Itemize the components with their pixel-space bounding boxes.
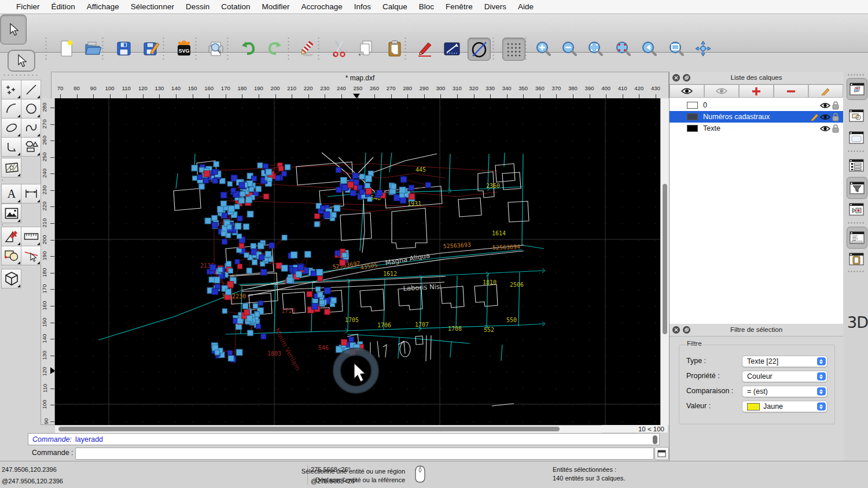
paste-button[interactable] [384, 38, 406, 60]
text-tool[interactable]: A [1, 184, 21, 204]
print-preview-button[interactable] [205, 38, 227, 60]
shapes-tool[interactable] [21, 137, 41, 157]
line-tool[interactable] [21, 80, 41, 99]
command-history-panel-toggle[interactable] [847, 227, 867, 249]
float-panel-icon[interactable] [683, 74, 690, 82]
spline-tool[interactable] [21, 118, 41, 138]
zoom-window-button[interactable] [665, 38, 687, 60]
menu-accrochage[interactable]: Accrochage [295, 2, 348, 11]
save-button[interactable] [113, 38, 135, 60]
zoom-pan-button[interactable] [692, 38, 714, 60]
draw-pencil-button[interactable] [414, 38, 436, 60]
menu-modifier[interactable]: Modifier [256, 2, 295, 11]
selection-filter-panel-toggle[interactable] [847, 177, 867, 199]
pen-settings-panel-toggle[interactable] [847, 78, 867, 100]
history-scroll-thumb[interactable] [653, 435, 657, 444]
menu-fichier[interactable]: Fichier [10, 2, 46, 11]
dropdown-stepper-icon[interactable] [817, 357, 826, 365]
3d-mode-button[interactable]: 3D [847, 313, 868, 331]
save-as-button[interactable] [141, 38, 163, 60]
h-scroll-thumb[interactable] [58, 427, 560, 431]
points-tool[interactable] [1, 80, 21, 99]
layer-edit-button[interactable] [808, 84, 843, 98]
layer-visibility-icon[interactable] [820, 125, 830, 132]
zoom-select-button[interactable] [612, 38, 634, 60]
canvas-horizontal-scrollbar[interactable] [55, 425, 602, 433]
open-folder-button[interactable] [82, 38, 104, 60]
clipboard-panel-toggle[interactable] [847, 249, 866, 269]
cut-button[interactable]: + [328, 38, 350, 60]
filter-dropdown-2[interactable]: = (est) [742, 386, 827, 397]
zoom-out-button[interactable] [558, 38, 580, 60]
layer-add-button[interactable] [739, 84, 774, 98]
image-tool[interactable] [1, 204, 21, 223]
layer-list[interactable]: 0Numéros cadastrauxTexte [670, 98, 843, 324]
v-scroll-thumb[interactable] [663, 184, 667, 334]
circle-slash-button[interactable] [468, 38, 491, 61]
menu-dessin[interactable]: Dessin [180, 2, 215, 11]
undo-button[interactable] [237, 38, 259, 60]
copy-button[interactable]: + [355, 38, 377, 60]
arc-tool[interactable] [1, 99, 21, 119]
box3d-tool[interactable] [1, 269, 21, 289]
zoom-prev-button[interactable] [638, 38, 660, 60]
layer-lock-icon[interactable] [830, 101, 841, 110]
filter-dropdown-3[interactable]: Jaune [742, 401, 827, 412]
menu-edition[interactable]: Édition [46, 2, 81, 11]
menu-infos[interactable]: Infos [348, 2, 377, 11]
drawing-canvas[interactable]: 4452360548193116141612181025061705170617… [55, 98, 660, 425]
layer-color-swatch[interactable] [687, 113, 698, 120]
layer-list-panel-toggle[interactable] [847, 155, 866, 176]
menu-aide[interactable]: Aide [512, 2, 539, 11]
pointer-tool-button[interactable] [8, 50, 35, 72]
blocks-tool[interactable] [1, 246, 21, 265]
polyline-tool[interactable] [1, 137, 21, 157]
layer-visibility-icon[interactable] [820, 102, 830, 109]
circle-tool[interactable] [21, 99, 41, 119]
layer-edit-icon[interactable] [810, 113, 820, 121]
menu-fenetre[interactable]: Fenêtre [440, 2, 479, 11]
redo-button[interactable] [264, 38, 286, 60]
menu-divers[interactable]: Divers [479, 2, 512, 11]
ellipse-tool[interactable] [1, 118, 21, 138]
zoom-in-button[interactable] [532, 38, 554, 60]
canvas-vertical-scrollbar[interactable] [660, 98, 669, 425]
hatch-tool[interactable] [1, 158, 21, 178]
menu-bloc[interactable]: Bloc [413, 2, 440, 11]
layer-visibility-icon[interactable] [820, 113, 830, 121]
dropdown-stepper-icon[interactable] [817, 402, 826, 411]
svg-export-button[interactable]: SVG [173, 38, 195, 60]
menu-affichage[interactable]: Affichage [81, 2, 125, 11]
layer-color-swatch[interactable] [687, 102, 698, 109]
dropdown-stepper-icon[interactable] [817, 372, 826, 380]
dropdown-stepper-icon[interactable] [817, 387, 826, 395]
cadtools-tool[interactable] [1, 227, 21, 246]
close-icon[interactable] [672, 74, 680, 82]
filter-dropdown-0[interactable]: Texte [22] [742, 356, 827, 367]
layer-row-numeros-cadastraux[interactable]: Numéros cadastraux [670, 111, 843, 123]
layer-row-texte[interactable]: Texte [670, 123, 843, 134]
filter-dropdown-1[interactable]: Couleur [742, 371, 827, 382]
menu-calque[interactable]: Calque [377, 2, 413, 11]
layer-hide-all-button[interactable] [704, 84, 739, 98]
menu-cotation[interactable]: Cotation [215, 2, 256, 11]
view-panel-toggle[interactable] [847, 199, 866, 220]
grid-toggle-button[interactable] [502, 38, 525, 61]
command-input[interactable] [75, 448, 654, 460]
layer-color-swatch[interactable] [687, 125, 698, 132]
block-list-panel-toggle[interactable] [847, 105, 866, 126]
layer-show-all-button[interactable] [670, 84, 704, 98]
command-options-button[interactable] [654, 447, 669, 460]
layer-lock-icon[interactable] [830, 113, 841, 121]
selection-tool-button[interactable] [0, 14, 27, 45]
ruler-tool[interactable] [21, 227, 41, 246]
layer-lock-icon[interactable] [830, 124, 841, 133]
snap-tool[interactable] [21, 246, 41, 265]
layer-remove-button[interactable] [774, 84, 808, 98]
measure-blue-button[interactable] [441, 38, 463, 60]
delete-eraser-button[interactable] [296, 38, 318, 60]
menu-selectionner[interactable]: Sélectionner [125, 2, 180, 11]
layer-row-0[interactable]: 0 [670, 99, 843, 111]
new-file-button[interactable] [56, 38, 78, 60]
library-browser-panel-toggle[interactable] [847, 127, 866, 148]
